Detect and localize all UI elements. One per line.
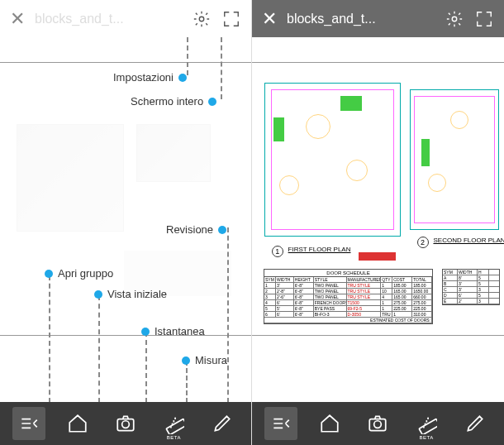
callout-label: Misura: [195, 354, 227, 366]
door-arc: [346, 160, 368, 181]
schedule-body: 13'6'-8"TWO PANELTRU STYLE1185.00185.002…: [264, 283, 432, 318]
schedule-header-cell: TOTAL: [412, 277, 432, 282]
svg-point-4: [452, 17, 457, 22]
dot-icon: [141, 328, 150, 336]
plan-label: FIRST FLOOR PLAN: [288, 246, 351, 253]
door-arc: [279, 175, 299, 195]
camera-button[interactable]: [361, 407, 394, 440]
callout-label: Schermo intero: [131, 95, 203, 108]
canvas-right[interactable]: 1 FIRST FLOOR PLAN 2 SECOND FLOOR PLAN D…: [252, 37, 504, 402]
schedule-cell: 165.00: [392, 294, 412, 299]
open-group-button[interactable]: [264, 407, 297, 440]
schedule-cell: TRU STYLE: [347, 294, 382, 299]
schedule-row: A8'5: [443, 275, 499, 281]
fullscreen-icon[interactable]: [474, 9, 494, 29]
schedule-row: E2'3: [443, 299, 499, 304]
schedule-cell: T1500: [347, 300, 382, 305]
canvas-left[interactable]: Impostazioni Schermo intero Revisione Ap…: [0, 37, 251, 402]
schedule-cell: 6: [264, 312, 276, 317]
dot-icon: [182, 356, 190, 365]
camera-button[interactable]: [109, 407, 142, 440]
door-arc: [428, 174, 446, 192]
schedule-cell: 6'-8": [294, 312, 314, 317]
callout-label: Vista iniziale: [107, 288, 167, 300]
schedule-cell: TRU STYLE: [347, 283, 382, 288]
ruler-button[interactable]: BETA: [410, 407, 443, 440]
left-pane: ✕ blocks_and_t...: [0, 0, 252, 445]
beta-badge: BETA: [419, 435, 433, 440]
open-group-button[interactable]: [12, 407, 45, 440]
plan-accent: [421, 139, 430, 167]
plan-number: 1: [272, 246, 283, 257]
schedule-header: SYMWIDTHH: [443, 270, 499, 275]
edit-button[interactable]: [206, 407, 239, 440]
schedule-row: 46'6'-8"FRENCH DOORST15001275.00275.00: [264, 300, 432, 306]
gear-icon[interactable]: [192, 9, 212, 29]
schedule-row: 32'-6"6'-8"TWO PANELTRU STYLE4165.00660.…: [264, 294, 432, 300]
schedule-cell: 4: [264, 300, 276, 305]
first-floor-plan: [264, 83, 401, 237]
schedule-row: 66'6'-8"BI-FO-3D-3050TRU STYLE1310.00: [264, 312, 432, 318]
schedule-cell: 310.00: [412, 312, 432, 317]
dot-icon: [45, 270, 53, 278]
close-icon[interactable]: ✕: [10, 8, 25, 30]
revision-tag: [359, 252, 396, 261]
schedule-body: A8'5B3'5C3'3D6'5E2'3: [443, 275, 499, 304]
schedule-row: 22'-8"6'-8"TWO PANELTRU STYLE10165.00165…: [264, 289, 432, 294]
schedule-title: DOOR SCHEDULE: [264, 270, 432, 277]
callout-snapshot: Istantanea: [141, 325, 205, 337]
close-icon[interactable]: ✕: [262, 8, 277, 30]
schedule-cell: 1: [381, 306, 392, 311]
fullscreen-icon[interactable]: [221, 9, 241, 29]
callout-label: Revisione: [166, 223, 213, 236]
schedule-cell: 3: [478, 299, 489, 304]
schedule-cell: BI-FO-3: [314, 312, 347, 317]
schedule-cell: TWO PANEL: [314, 283, 347, 288]
faded-plan: [136, 124, 211, 182]
dot-icon: [208, 98, 216, 106]
schedule-cell: 1: [381, 283, 392, 288]
schedule-cell: 8': [458, 275, 478, 280]
callout-line: [98, 295, 100, 402]
schedule-row: C3'3: [443, 287, 499, 293]
topbar-left: ✕ blocks_and_t...: [0, 0, 251, 37]
callout-revision: Revisione: [166, 223, 226, 236]
schedule-row: 13'6'-8"TWO PANELTRU STYLE1185.00185.00: [264, 283, 432, 289]
plan-accent: [273, 117, 284, 141]
schedule-cell: 5: [478, 281, 489, 286]
callout-line: [49, 275, 50, 402]
schedule-cell: 5: [264, 306, 276, 311]
schedule-header-cell: WIDTH: [458, 270, 478, 275]
schedule-cell: 5: [478, 275, 489, 280]
callout-line: [187, 37, 188, 75]
callout-open-group: Apri gruppo: [45, 267, 113, 280]
schedule-cell: 225.00: [412, 306, 432, 311]
window-schedule: SYMWIDTHH A8'5B3'5C3'3D6'5E2'3: [442, 269, 500, 305]
schedule-footer: ESTIMATED COST OF DOORS:: [264, 318, 432, 323]
svg-rect-3: [167, 419, 185, 434]
beta-badge: BETA: [167, 435, 181, 440]
edit-button[interactable]: [459, 407, 492, 440]
plan-number: 2: [417, 237, 429, 248]
schedule-cell: 4: [381, 294, 392, 299]
schedule-cell: 3: [478, 287, 489, 292]
home-button[interactable]: [61, 407, 94, 440]
plan-label: SECOND FLOOR PLAN: [433, 237, 504, 244]
schedule-cell: 3: [264, 294, 276, 299]
door-arc: [306, 114, 330, 139]
home-button[interactable]: [313, 407, 346, 440]
callout-line: [145, 332, 147, 402]
schedule-cell: 5: [478, 293, 489, 298]
schedule-cell: 3': [458, 281, 478, 286]
schedule-cell: C: [443, 287, 458, 292]
schedule-cell: D-3050: [347, 312, 382, 317]
file-title: blocks_and_t...: [287, 12, 435, 26]
schedule-cell: 6'-8": [294, 300, 314, 305]
ruler-button[interactable]: BETA: [157, 407, 190, 440]
svg-rect-7: [419, 419, 437, 434]
gear-icon[interactable]: [445, 9, 464, 29]
dot-icon: [94, 290, 102, 299]
door-schedule: DOOR SCHEDULE SYMWIDTHHEIGHTSTYLEMANUFAC…: [264, 269, 433, 324]
callout-label: Istantanea: [155, 325, 205, 337]
schedule-cell: 10: [381, 289, 392, 294]
